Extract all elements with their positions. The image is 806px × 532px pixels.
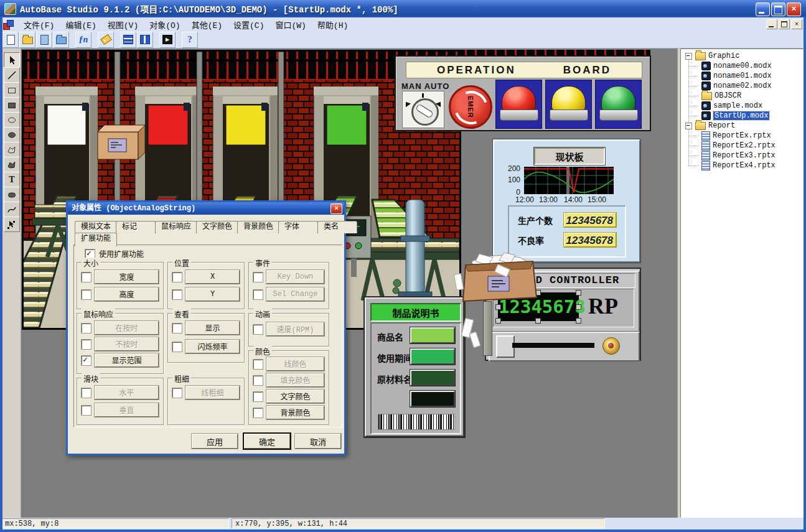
height-button[interactable]: 高度 [95, 287, 159, 301]
selection-handle[interactable] [535, 318, 541, 324]
operation-board-panel[interactable]: OPERATION BOARD MAN AUTO EMER [395, 55, 651, 131]
split-vertical-button[interactable] [137, 32, 153, 48]
menu-other[interactable]: 其他(E) [186, 17, 228, 32]
checkbox-icon[interactable] [172, 273, 182, 282]
open-document-button[interactable] [53, 32, 69, 48]
help-button[interactable]: ? [182, 32, 198, 48]
checkbox-icon[interactable] [82, 324, 91, 333]
tree-item-objscr[interactable]: OBJSCR [701, 91, 741, 101]
checkbox-icon[interactable] [172, 290, 182, 299]
rounded-rectangle-tool[interactable] [4, 187, 20, 202]
close-button[interactable]: × [787, 2, 801, 16]
beacon-red[interactable] [495, 80, 542, 129]
use-period-field[interactable] [410, 348, 455, 365]
rectangle-tool[interactable] [4, 82, 20, 98]
display-button[interactable]: 显示 [185, 321, 240, 335]
project-tree-panel[interactable]: Graphic noname00.modx noname01.modx nona… [680, 49, 804, 518]
line-tool[interactable] [4, 67, 20, 83]
menu-file[interactable]: 文件(F) [18, 17, 60, 32]
man-auto-switch[interactable] [402, 91, 444, 128]
checkbox-icon[interactable] [253, 392, 263, 401]
text-color-button[interactable]: 文字颜色 [266, 390, 324, 403]
checkbox-icon[interactable] [172, 388, 182, 398]
ellipse-tool[interactable] [4, 112, 20, 128]
menu-settings[interactable]: 设置(C) [228, 17, 269, 32]
checkbox-icon[interactable] [82, 388, 91, 398]
text-tool[interactable]: T [4, 172, 20, 187]
filled-ellipse-tool[interactable] [4, 127, 20, 142]
split-horizontal-button[interactable] [120, 32, 136, 48]
filled-polygon-tool[interactable] [4, 157, 20, 172]
new-document-button[interactable] [36, 32, 52, 48]
checkbox-icon[interactable] [253, 290, 263, 299]
selection-handle[interactable] [576, 304, 581, 310]
cargo-box[interactable] [98, 125, 145, 159]
mdi-restore-button[interactable] [779, 19, 790, 29]
dialog-close-button[interactable]: × [330, 203, 342, 214]
checkbox-icon[interactable] [253, 376, 263, 385]
selection-handle[interactable] [495, 304, 501, 310]
tag-button[interactable] [98, 32, 114, 48]
menu-help[interactable]: 帮助(H) [312, 17, 354, 32]
checkbox-icon[interactable] [82, 340, 91, 349]
tree-item-noname00[interactable]: noname00.modx [701, 61, 772, 71]
tab-font[interactable]: 字体 [278, 221, 318, 233]
beacon-yellow[interactable] [545, 80, 592, 129]
menu-view[interactable]: 视图(V) [102, 17, 144, 32]
tree-item-reportex2[interactable]: ReportEx2.rptx [701, 141, 776, 151]
checkbox-icon[interactable] [253, 273, 263, 282]
defect-rate-value[interactable]: 12345678 [564, 233, 616, 247]
select-tool[interactable] [4, 52, 20, 68]
collapse-icon[interactable] [685, 53, 692, 60]
menu-edit[interactable]: 编辑(E) [60, 17, 101, 32]
slider-track[interactable] [512, 343, 594, 348]
tree-item-report[interactable]: Report [685, 121, 735, 131]
ok-button[interactable]: 确定 [244, 434, 290, 449]
checkbox-icon[interactable] [82, 290, 91, 299]
tree-item-sample[interactable]: sample.modx [701, 101, 762, 111]
blink-frequency-button[interactable]: 闪烁频率 [185, 340, 240, 353]
y-button[interactable]: Y [185, 287, 240, 301]
checkbox-icon[interactable] [253, 408, 263, 418]
tree-item-reportex[interactable]: ReportEx.rptx [701, 131, 771, 141]
checkbox-icon[interactable] [172, 342, 182, 352]
mdi-minimize-button[interactable] [766, 19, 777, 29]
menu-object[interactable]: 对象(O) [144, 17, 185, 32]
apply-button[interactable]: 应用 [192, 434, 238, 449]
emergency-button[interactable]: EMER [449, 85, 492, 129]
tree-item-startup[interactable]: StartUp.modx [701, 111, 769, 121]
product-manual-panel[interactable]: 制品说明书 商品名 使用期间 原材料名 [365, 297, 464, 437]
checkbox-icon[interactable] [253, 325, 263, 334]
curve-tool[interactable] [4, 202, 20, 217]
function-button[interactable]: ƒn [75, 32, 91, 48]
tab-mouse-response[interactable]: 鼠标响应 [155, 221, 197, 233]
selection-handle[interactable] [576, 290, 581, 296]
cancel-button[interactable]: 取消 [295, 434, 341, 449]
checkbox-icon[interactable]: ✓ [82, 356, 91, 365]
raw-material-field[interactable] [410, 370, 455, 386]
collapse-icon[interactable] [685, 123, 692, 129]
tab-class-name[interactable]: 类名 [317, 221, 357, 233]
checkbox-icon[interactable] [82, 273, 91, 282]
checkbox-icon[interactable] [82, 406, 91, 415]
tab-mark[interactable]: 标记 [116, 221, 156, 233]
selection-handle[interactable] [495, 318, 501, 324]
menu-window[interactable]: 窗口(W) [269, 17, 311, 32]
tree-item-noname01[interactable]: noname01.modx [701, 71, 772, 81]
mdi-close-button[interactable]: × [791, 19, 802, 29]
extra-field[interactable] [410, 391, 455, 407]
tab-extended-functions[interactable]: 扩展功能 [75, 233, 117, 246]
checkbox-icon[interactable] [172, 324, 182, 333]
tree-item-reportex4[interactable]: ReportEx4.rptx [701, 161, 776, 170]
tree-item-reportex3[interactable]: ReportEx3.rptx [701, 151, 776, 161]
checkbox-icon[interactable] [253, 360, 263, 369]
polygon-tool[interactable] [4, 142, 20, 157]
run-button[interactable]: ▶ [159, 32, 176, 48]
tree-item-noname02[interactable]: noname02.modx [701, 81, 772, 91]
node-edit-tool[interactable] [4, 217, 20, 232]
maximize-button[interactable] [771, 2, 785, 16]
tab-analog-text[interactable]: 模拟文本 [75, 221, 117, 233]
status-board-panel[interactable]: 现状板 200 100 0 12:00 13:00 14:00 15:00 生产… [493, 139, 640, 263]
tab-text-color[interactable]: 文字颜色 [196, 221, 238, 233]
open-file-button[interactable] [19, 32, 35, 48]
